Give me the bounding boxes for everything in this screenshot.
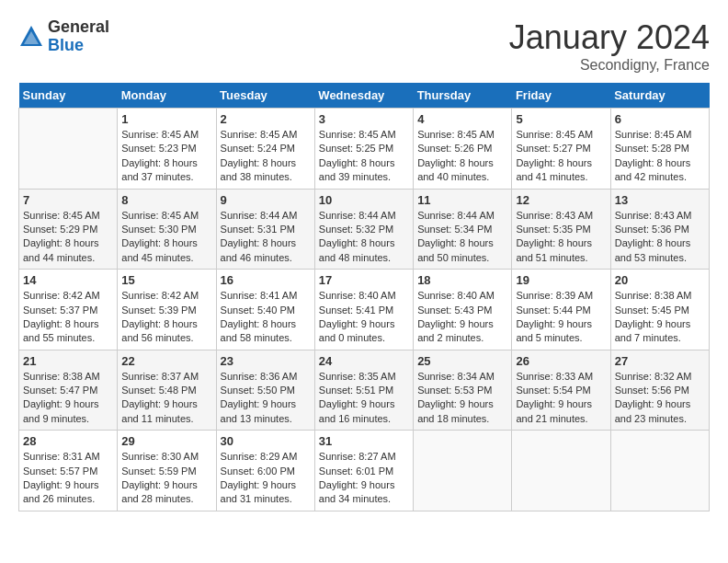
- cell-info: Sunrise: 8:45 AMSunset: 5:26 PMDaylight:…: [417, 128, 507, 185]
- day-number: 31: [319, 434, 409, 448]
- cell-info: Sunrise: 8:31 AMSunset: 5:57 PMDaylight:…: [23, 450, 113, 507]
- day-number: 27: [615, 354, 705, 368]
- cell-info: Sunrise: 8:40 AMSunset: 5:41 PMDaylight:…: [319, 289, 409, 346]
- calendar-cell: 13Sunrise: 8:43 AMSunset: 5:36 PMDayligh…: [610, 189, 709, 270]
- col-header-thursday: Thursday: [414, 83, 512, 109]
- cell-info: Sunrise: 8:45 AMSunset: 5:24 PMDaylight:…: [221, 128, 311, 185]
- day-number: 28: [23, 434, 113, 448]
- cell-info: Sunrise: 8:45 AMSunset: 5:27 PMDaylight:…: [516, 128, 606, 185]
- cell-info: Sunrise: 8:29 AMSunset: 6:00 PMDaylight:…: [221, 450, 311, 507]
- day-number: 12: [516, 193, 606, 207]
- calendar-cell: 21Sunrise: 8:38 AMSunset: 5:47 PMDayligh…: [19, 350, 118, 431]
- cell-info: Sunrise: 8:27 AMSunset: 6:01 PMDaylight:…: [319, 450, 409, 507]
- month-title: January 2024: [509, 18, 710, 57]
- week-row-3: 14Sunrise: 8:42 AMSunset: 5:37 PMDayligh…: [19, 270, 710, 350]
- day-number: 2: [221, 112, 311, 126]
- calendar-cell: 30Sunrise: 8:29 AMSunset: 6:00 PMDayligh…: [216, 431, 314, 511]
- day-number: 14: [23, 273, 113, 287]
- col-header-sunday: Sunday: [19, 83, 118, 109]
- week-row-4: 21Sunrise: 8:38 AMSunset: 5:47 PMDayligh…: [19, 350, 710, 431]
- day-number: 18: [417, 273, 507, 287]
- calendar-cell: 11Sunrise: 8:44 AMSunset: 5:34 PMDayligh…: [414, 189, 512, 270]
- col-header-wednesday: Wednesday: [314, 83, 413, 109]
- calendar-cell: 14Sunrise: 8:42 AMSunset: 5:37 PMDayligh…: [19, 270, 118, 350]
- calendar-cell: 6Sunrise: 8:45 AMSunset: 5:28 PMDaylight…: [610, 109, 709, 190]
- day-number: 7: [23, 193, 113, 207]
- day-number: 16: [221, 273, 311, 287]
- calendar-cell: [414, 431, 512, 511]
- calendar-cell: 4Sunrise: 8:45 AMSunset: 5:26 PMDaylight…: [414, 109, 512, 190]
- day-number: 20: [615, 273, 705, 287]
- day-number: 21: [23, 354, 113, 368]
- calendar-cell: [19, 109, 118, 190]
- day-number: 22: [121, 354, 211, 368]
- col-header-tuesday: Tuesday: [216, 83, 314, 109]
- calendar-cell: 7Sunrise: 8:45 AMSunset: 5:29 PMDaylight…: [19, 189, 118, 270]
- logo-icon: [18, 24, 44, 50]
- calendar-cell: 27Sunrise: 8:32 AMSunset: 5:56 PMDayligh…: [610, 350, 709, 431]
- cell-info: Sunrise: 8:36 AMSunset: 5:50 PMDaylight:…: [221, 370, 311, 427]
- day-number: 24: [319, 354, 409, 368]
- calendar-cell: 22Sunrise: 8:37 AMSunset: 5:48 PMDayligh…: [118, 350, 216, 431]
- cell-info: Sunrise: 8:39 AMSunset: 5:44 PMDaylight:…: [516, 289, 606, 346]
- day-number: 3: [319, 112, 409, 126]
- day-number: 19: [516, 273, 606, 287]
- col-header-saturday: Saturday: [610, 83, 709, 109]
- cell-info: Sunrise: 8:44 AMSunset: 5:31 PMDaylight:…: [221, 209, 311, 266]
- calendar-cell: 25Sunrise: 8:34 AMSunset: 5:53 PMDayligh…: [414, 350, 512, 431]
- cell-info: Sunrise: 8:35 AMSunset: 5:51 PMDaylight:…: [319, 370, 409, 427]
- day-number: 30: [221, 434, 311, 448]
- calendar-table: SundayMondayTuesdayWednesdayThursdayFrid…: [18, 83, 710, 511]
- calendar-cell: 18Sunrise: 8:40 AMSunset: 5:43 PMDayligh…: [414, 270, 512, 350]
- day-number: 17: [319, 273, 409, 287]
- col-header-friday: Friday: [512, 83, 610, 109]
- logo-blue-text: Blue: [48, 37, 109, 55]
- calendar-cell: 8Sunrise: 8:45 AMSunset: 5:30 PMDaylight…: [118, 189, 216, 270]
- calendar-cell: 29Sunrise: 8:30 AMSunset: 5:59 PMDayligh…: [118, 431, 216, 511]
- cell-info: Sunrise: 8:38 AMSunset: 5:45 PMDaylight:…: [615, 289, 705, 346]
- day-number: 9: [221, 193, 311, 207]
- week-row-5: 28Sunrise: 8:31 AMSunset: 5:57 PMDayligh…: [19, 431, 710, 511]
- cell-info: Sunrise: 8:30 AMSunset: 5:59 PMDaylight:…: [121, 450, 211, 507]
- cell-info: Sunrise: 8:45 AMSunset: 5:29 PMDaylight:…: [23, 209, 113, 266]
- day-number: 23: [221, 354, 311, 368]
- day-number: 4: [417, 112, 507, 126]
- cell-info: Sunrise: 8:32 AMSunset: 5:56 PMDaylight:…: [615, 370, 705, 427]
- day-number: 13: [615, 193, 705, 207]
- calendar-cell: 20Sunrise: 8:38 AMSunset: 5:45 PMDayligh…: [610, 270, 709, 350]
- calendar-header-row: SundayMondayTuesdayWednesdayThursdayFrid…: [19, 83, 710, 109]
- cell-info: Sunrise: 8:37 AMSunset: 5:48 PMDaylight:…: [121, 370, 211, 427]
- cell-info: Sunrise: 8:38 AMSunset: 5:47 PMDaylight:…: [23, 370, 113, 427]
- cell-info: Sunrise: 8:34 AMSunset: 5:53 PMDaylight:…: [417, 370, 507, 427]
- calendar-cell: 5Sunrise: 8:45 AMSunset: 5:27 PMDaylight…: [512, 109, 610, 190]
- calendar-cell: 17Sunrise: 8:40 AMSunset: 5:41 PMDayligh…: [314, 270, 413, 350]
- day-number: 11: [417, 193, 507, 207]
- calendar-cell: 3Sunrise: 8:45 AMSunset: 5:25 PMDaylight…: [314, 109, 413, 190]
- calendar-cell: 31Sunrise: 8:27 AMSunset: 6:01 PMDayligh…: [314, 431, 413, 511]
- cell-info: Sunrise: 8:44 AMSunset: 5:34 PMDaylight:…: [417, 209, 507, 266]
- cell-info: Sunrise: 8:43 AMSunset: 5:35 PMDaylight:…: [516, 209, 606, 266]
- day-number: 26: [516, 354, 606, 368]
- day-number: 8: [121, 193, 211, 207]
- day-number: 15: [121, 273, 211, 287]
- calendar-cell: 19Sunrise: 8:39 AMSunset: 5:44 PMDayligh…: [512, 270, 610, 350]
- day-number: 10: [319, 193, 409, 207]
- cell-info: Sunrise: 8:45 AMSunset: 5:28 PMDaylight:…: [615, 128, 705, 185]
- calendar-cell: 12Sunrise: 8:43 AMSunset: 5:35 PMDayligh…: [512, 189, 610, 270]
- calendar-cell: 1Sunrise: 8:45 AMSunset: 5:23 PMDaylight…: [118, 109, 216, 190]
- day-number: 6: [615, 112, 705, 126]
- cell-info: Sunrise: 8:44 AMSunset: 5:32 PMDaylight:…: [319, 209, 409, 266]
- logo-general-text: General: [48, 18, 109, 37]
- cell-info: Sunrise: 8:45 AMSunset: 5:23 PMDaylight:…: [121, 128, 211, 185]
- cell-info: Sunrise: 8:45 AMSunset: 5:25 PMDaylight:…: [319, 128, 409, 185]
- cell-info: Sunrise: 8:40 AMSunset: 5:43 PMDaylight:…: [417, 289, 507, 346]
- calendar-cell: 15Sunrise: 8:42 AMSunset: 5:39 PMDayligh…: [118, 270, 216, 350]
- day-number: 29: [121, 434, 211, 448]
- logo-text: General Blue: [48, 18, 109, 55]
- calendar-cell: [512, 431, 610, 511]
- calendar-cell: 28Sunrise: 8:31 AMSunset: 5:57 PMDayligh…: [19, 431, 118, 511]
- title-block: January 2024 Secondigny, France: [509, 18, 710, 74]
- calendar-cell: 9Sunrise: 8:44 AMSunset: 5:31 PMDaylight…: [216, 189, 314, 270]
- cell-info: Sunrise: 8:42 AMSunset: 5:37 PMDaylight:…: [23, 289, 113, 346]
- logo: General Blue: [18, 18, 109, 55]
